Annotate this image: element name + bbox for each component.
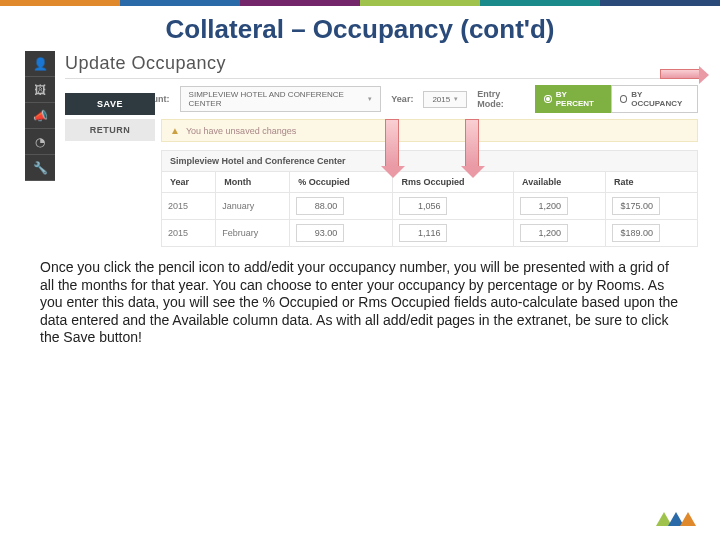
- callout-arrow-icon: [660, 69, 700, 79]
- warning-text: You have unsaved changes: [186, 126, 296, 136]
- bullhorn-icon[interactable]: 📣: [25, 103, 55, 129]
- page-title: Update Occupancy: [65, 51, 698, 76]
- year-dropdown[interactable]: 2015▾: [423, 91, 467, 108]
- app-screenshot: 👤 🖼 📣 ◔ 🔧 Update Occupancy Account: SIMP…: [65, 51, 698, 247]
- filter-row: Account: SIMPLEVIEW HOTEL AND CONFERENCE…: [65, 83, 698, 119]
- user-icon[interactable]: 👤: [25, 51, 55, 77]
- occupancy-table: Year Month % Occupied Rms Occupied Avail…: [161, 171, 698, 247]
- radio-icon: [620, 95, 627, 103]
- col-pct: % Occupied: [290, 172, 393, 193]
- avail-input[interactable]: 1,200: [520, 224, 568, 242]
- entry-mode-label: Entry Mode:: [477, 89, 525, 109]
- save-button[interactable]: SAVE: [65, 93, 155, 115]
- table-row: 2015 January 88.00 1,056 1,200 $175.00: [162, 193, 698, 220]
- unsaved-warning: ▲ You have unsaved changes: [161, 119, 698, 142]
- entry-mode-toggle: BY PERCENT BY OCCUPANCY: [535, 85, 698, 113]
- rms-input[interactable]: 1,056: [399, 197, 447, 215]
- col-year: Year: [162, 172, 216, 193]
- chevron-down-icon: ▾: [368, 95, 372, 103]
- account-dropdown[interactable]: SIMPLEVIEW HOTEL AND CONFERENCE CENTER▾: [180, 86, 382, 112]
- chevron-down-icon: ▾: [454, 95, 458, 103]
- brand-stripe: [0, 0, 720, 6]
- year-label: Year:: [391, 94, 413, 104]
- radio-icon: [544, 95, 551, 103]
- col-month: Month: [216, 172, 290, 193]
- brand-logo: [656, 512, 696, 526]
- avail-input[interactable]: 1,200: [520, 197, 568, 215]
- mode-by-percent[interactable]: BY PERCENT: [535, 85, 611, 113]
- slide-title: Collateral – Occupancy (cont'd): [0, 14, 720, 45]
- pct-input[interactable]: 93.00: [296, 224, 344, 242]
- mode-by-occupancy[interactable]: BY OCCUPANCY: [611, 85, 698, 113]
- table-row: 2015 February 93.00 1,116 1,200 $189.00: [162, 220, 698, 247]
- chart-icon[interactable]: ◔: [25, 129, 55, 155]
- return-button[interactable]: RETURN: [65, 119, 155, 141]
- divider: [65, 78, 698, 79]
- callout-arrow-icon: [385, 119, 399, 167]
- col-avail: Available: [514, 172, 606, 193]
- left-iconbar: 👤 🖼 📣 ◔ 🔧: [25, 51, 55, 181]
- wrench-icon[interactable]: 🔧: [25, 155, 55, 181]
- rate-input[interactable]: $189.00: [612, 224, 660, 242]
- col-rms: Rms Occupied: [393, 172, 514, 193]
- warning-icon: ▲: [170, 125, 180, 136]
- col-rate: Rate: [606, 172, 698, 193]
- rate-input[interactable]: $175.00: [612, 197, 660, 215]
- image-icon[interactable]: 🖼: [25, 77, 55, 103]
- pct-input[interactable]: 88.00: [296, 197, 344, 215]
- rms-input[interactable]: 1,116: [399, 224, 447, 242]
- callout-arrow-icon: [465, 119, 479, 167]
- body-text: Once you click the pencil icon to add/ed…: [0, 247, 720, 347]
- action-buttons: SAVE RETURN: [65, 93, 155, 141]
- table-title: Simpleview Hotel and Conference Center: [161, 150, 698, 171]
